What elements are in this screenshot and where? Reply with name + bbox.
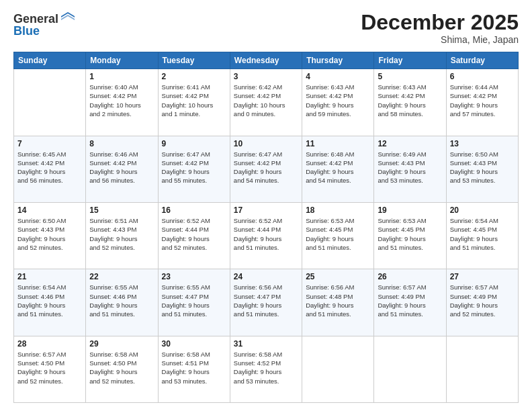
table-row: 26Sunrise: 6:57 AMSunset: 4:49 PMDayligh…	[374, 269, 446, 336]
table-row: 8Sunrise: 6:46 AMSunset: 4:42 PMDaylight…	[86, 136, 158, 202]
day-info: Sunrise: 6:45 AMSunset: 4:42 PMDaylight:…	[17, 150, 82, 185]
day-info: Sunrise: 6:56 AMSunset: 4:47 PMDaylight:…	[234, 283, 298, 318]
day-number: 22	[89, 272, 154, 281]
page: General Blue December 2025 Shima, Mie, J…	[0, 0, 532, 411]
header-monday: Monday	[86, 52, 158, 69]
day-info: Sunrise: 6:44 AMSunset: 4:42 PMDaylight:…	[450, 83, 515, 118]
table-row: 25Sunrise: 6:56 AMSunset: 4:48 PMDayligh…	[302, 269, 374, 336]
table-row: 3Sunrise: 6:42 AMSunset: 4:42 PMDaylight…	[230, 69, 302, 136]
day-number: 9	[162, 139, 226, 148]
day-number: 16	[162, 205, 226, 215]
day-info: Sunrise: 6:58 AMSunset: 4:52 PMDaylight:…	[234, 350, 298, 385]
day-info: Sunrise: 6:40 AMSunset: 4:42 PMDaylight:…	[89, 83, 154, 118]
day-number: 14	[17, 205, 82, 215]
table-row: 11Sunrise: 6:48 AMSunset: 4:42 PMDayligh…	[302, 136, 374, 202]
day-info: Sunrise: 6:43 AMSunset: 4:42 PMDaylight:…	[378, 83, 442, 118]
table-row	[446, 336, 518, 402]
table-row: 17Sunrise: 6:52 AMSunset: 4:44 PMDayligh…	[230, 202, 302, 269]
day-number: 8	[89, 139, 154, 148]
header-thursday: Thursday	[302, 52, 374, 69]
day-info: Sunrise: 6:55 AMSunset: 4:46 PMDaylight:…	[89, 283, 154, 318]
table-row	[374, 336, 446, 402]
day-info: Sunrise: 6:52 AMSunset: 4:44 PMDaylight:…	[162, 216, 226, 252]
table-row: 10Sunrise: 6:47 AMSunset: 4:42 PMDayligh…	[230, 136, 302, 202]
day-number: 7	[17, 139, 82, 148]
day-number: 20	[450, 205, 515, 215]
day-info: Sunrise: 6:50 AMSunset: 4:43 PMDaylight:…	[17, 216, 82, 252]
day-info: Sunrise: 6:52 AMSunset: 4:44 PMDaylight:…	[234, 216, 298, 252]
table-row: 12Sunrise: 6:49 AMSunset: 4:43 PMDayligh…	[374, 136, 446, 202]
table-row: 22Sunrise: 6:55 AMSunset: 4:46 PMDayligh…	[86, 269, 158, 336]
day-number: 15	[89, 205, 154, 215]
table-row: 21Sunrise: 6:54 AMSunset: 4:46 PMDayligh…	[14, 269, 86, 336]
header: General Blue December 2025 Shima, Mie, J…	[13, 11, 519, 45]
table-row: 28Sunrise: 6:57 AMSunset: 4:50 PMDayligh…	[14, 336, 86, 402]
logo-blue-text: Blue	[13, 24, 40, 38]
day-number: 28	[17, 339, 82, 349]
day-info: Sunrise: 6:53 AMSunset: 4:45 PMDaylight:…	[306, 216, 370, 252]
table-row: 27Sunrise: 6:57 AMSunset: 4:49 PMDayligh…	[446, 269, 518, 336]
day-info: Sunrise: 6:49 AMSunset: 4:43 PMDaylight:…	[378, 150, 442, 185]
table-row: 16Sunrise: 6:52 AMSunset: 4:44 PMDayligh…	[158, 202, 230, 269]
weekday-header-row: Sunday Monday Tuesday Wednesday Thursday…	[14, 52, 519, 69]
day-info: Sunrise: 6:57 AMSunset: 4:49 PMDaylight:…	[450, 283, 515, 318]
day-info: Sunrise: 6:57 AMSunset: 4:49 PMDaylight:…	[378, 283, 442, 318]
week-row-2: 7Sunrise: 6:45 AMSunset: 4:42 PMDaylight…	[14, 136, 519, 202]
day-number: 30	[162, 339, 226, 349]
day-number: 4	[306, 72, 370, 81]
day-number: 18	[306, 205, 370, 215]
table-row: 19Sunrise: 6:53 AMSunset: 4:45 PMDayligh…	[374, 202, 446, 269]
day-number: 11	[306, 139, 370, 148]
day-info: Sunrise: 6:58 AMSunset: 4:51 PMDaylight:…	[162, 350, 226, 385]
table-row	[302, 336, 374, 402]
day-number: 27	[450, 272, 515, 281]
table-row: 7Sunrise: 6:45 AMSunset: 4:42 PMDaylight…	[14, 136, 86, 202]
day-info: Sunrise: 6:42 AMSunset: 4:42 PMDaylight:…	[234, 83, 298, 118]
day-info: Sunrise: 6:46 AMSunset: 4:42 PMDaylight:…	[89, 150, 154, 185]
day-number: 17	[234, 205, 298, 215]
day-number: 19	[378, 205, 442, 215]
week-row-1: 1Sunrise: 6:40 AMSunset: 4:42 PMDaylight…	[14, 69, 519, 136]
logo-icon	[60, 11, 76, 27]
day-info: Sunrise: 6:51 AMSunset: 4:43 PMDaylight:…	[89, 216, 154, 252]
header-saturday: Saturday	[446, 52, 518, 69]
table-row: 24Sunrise: 6:56 AMSunset: 4:47 PMDayligh…	[230, 269, 302, 336]
day-number: 13	[450, 139, 515, 148]
day-number: 5	[378, 72, 442, 81]
day-number: 1	[89, 72, 154, 81]
table-row: 2Sunrise: 6:41 AMSunset: 4:42 PMDaylight…	[158, 69, 230, 136]
table-row: 29Sunrise: 6:58 AMSunset: 4:50 PMDayligh…	[86, 336, 158, 402]
day-number: 2	[162, 72, 226, 81]
day-number: 29	[89, 339, 154, 349]
day-number: 6	[450, 72, 515, 81]
day-info: Sunrise: 6:55 AMSunset: 4:47 PMDaylight:…	[162, 283, 226, 318]
day-number: 23	[162, 272, 226, 281]
day-number: 21	[17, 272, 82, 281]
day-info: Sunrise: 6:50 AMSunset: 4:43 PMDaylight:…	[450, 150, 515, 185]
table-row: 1Sunrise: 6:40 AMSunset: 4:42 PMDaylight…	[86, 69, 158, 136]
table-row: 30Sunrise: 6:58 AMSunset: 4:51 PMDayligh…	[158, 336, 230, 402]
day-info: Sunrise: 6:47 AMSunset: 4:42 PMDaylight:…	[234, 150, 298, 185]
day-info: Sunrise: 6:57 AMSunset: 4:50 PMDaylight:…	[17, 350, 82, 385]
day-info: Sunrise: 6:41 AMSunset: 4:42 PMDaylight:…	[162, 83, 226, 118]
day-info: Sunrise: 6:53 AMSunset: 4:45 PMDaylight:…	[378, 216, 442, 252]
table-row: 15Sunrise: 6:51 AMSunset: 4:43 PMDayligh…	[86, 202, 158, 269]
header-tuesday: Tuesday	[158, 52, 230, 69]
title-block: December 2025 Shima, Mie, Japan	[361, 11, 519, 45]
table-row: 5Sunrise: 6:43 AMSunset: 4:42 PMDaylight…	[374, 69, 446, 136]
day-info: Sunrise: 6:58 AMSunset: 4:50 PMDaylight:…	[89, 350, 154, 385]
day-number: 31	[234, 339, 298, 349]
location-title: Shima, Mie, Japan	[361, 34, 519, 45]
table-row: 13Sunrise: 6:50 AMSunset: 4:43 PMDayligh…	[446, 136, 518, 202]
day-number: 3	[234, 72, 298, 81]
table-row: 9Sunrise: 6:47 AMSunset: 4:42 PMDaylight…	[158, 136, 230, 202]
day-number: 24	[234, 272, 298, 281]
day-info: Sunrise: 6:56 AMSunset: 4:48 PMDaylight:…	[306, 283, 370, 318]
table-row: 20Sunrise: 6:54 AMSunset: 4:45 PMDayligh…	[446, 202, 518, 269]
day-info: Sunrise: 6:54 AMSunset: 4:45 PMDaylight:…	[450, 216, 515, 252]
day-number: 25	[306, 272, 370, 281]
calendar-table: Sunday Monday Tuesday Wednesday Thursday…	[13, 52, 519, 403]
day-number: 26	[378, 272, 442, 281]
day-info: Sunrise: 6:54 AMSunset: 4:46 PMDaylight:…	[17, 283, 82, 318]
day-info: Sunrise: 6:43 AMSunset: 4:42 PMDaylight:…	[306, 83, 370, 118]
